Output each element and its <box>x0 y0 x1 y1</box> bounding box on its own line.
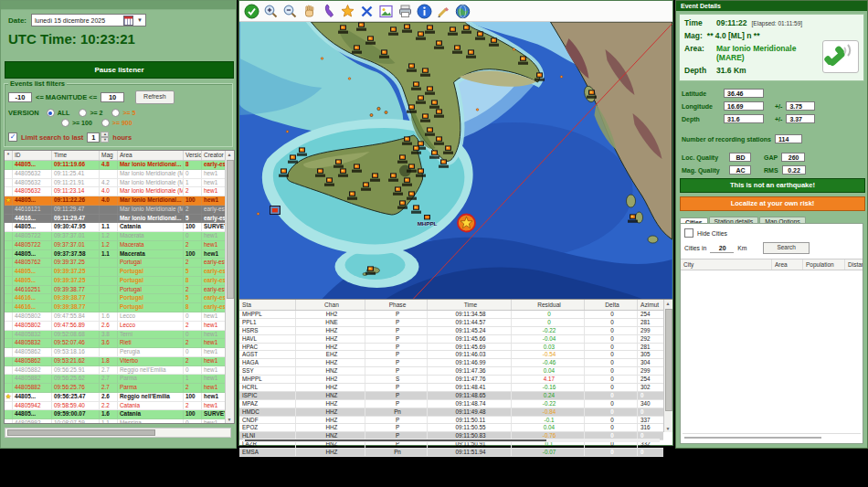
event-row[interactable]: 4480594209:58:59.402.2Catania2hew1 <box>5 402 228 411</box>
column-header[interactable]: Sta <box>239 300 296 310</box>
localize-button[interactable]: Localize at your own risk! <box>680 196 865 211</box>
call-button[interactable] <box>822 40 859 73</box>
station-row[interactable]: HSRSHHZP09:11:45.24-0.220299 <box>239 327 663 335</box>
limit-search-checkbox[interactable]: ✓ <box>8 132 17 142</box>
event-row[interactable]: 4480599210:08:07.591.1Messina0hew1 <box>5 419 228 424</box>
mag-quality-field[interactable] <box>729 165 751 175</box>
column-header[interactable]: Residual <box>512 300 585 310</box>
loc-quality-field[interactable] <box>729 153 751 162</box>
version-option-2[interactable]: >= 2 <box>79 109 102 117</box>
event-row[interactable]: 4480583209:52:08.683.8Terni0hew1 <box>5 331 228 340</box>
magnitude-min-input[interactable] <box>8 92 32 102</box>
column-header[interactable]: Population <box>803 259 845 270</box>
column-header[interactable]: Phase <box>365 300 428 310</box>
column-header[interactable]: Mag <box>100 151 118 160</box>
event-row[interactable]: 4480563209:11:23.144.0Mar Ionio Meridion… <box>5 187 228 196</box>
event-row[interactable]: 4480572209:37:37.011.2Macerata2hew1 <box>5 241 228 250</box>
island-station-marker[interactable] <box>270 206 281 215</box>
column-header[interactable]: City <box>681 259 772 270</box>
pause-listener-button[interactable]: Pause listener <box>5 61 234 79</box>
print-icon[interactable] <box>397 4 413 19</box>
star-icon[interactable] <box>340 4 355 19</box>
radio-icon[interactable] <box>101 119 110 127</box>
events-vertical-scrollbar[interactable]: ▲ ▼ <box>225 151 234 423</box>
column-header[interactable]: Area <box>118 151 184 160</box>
station-row[interactable]: HAGAHHZP09:11:46.99-0.460304 <box>239 359 663 367</box>
station-vertical-scrollbar[interactable]: ▲ ▼ <box>663 300 672 432</box>
event-row[interactable]: 4480563209:11:25.41Mar Ionio Meridionale… <box>5 170 228 179</box>
event-row[interactable]: 4480586209:53:21.621.8Viterbo2hew1 <box>5 357 228 366</box>
event-row[interactable]: 4480580209:47:56.892.6Lecco2hew1 <box>5 322 228 331</box>
scroll-down-icon[interactable]: ▼ <box>664 425 672 432</box>
event-row[interactable]: 44805...09:37:37.581.1Macerata100hew1 <box>5 250 228 259</box>
cities-radius-input[interactable] <box>710 244 734 253</box>
event-row[interactable]: 44616...09:39:38.77Portugal8early-est_ee… <box>5 303 228 312</box>
longitude-error-field[interactable] <box>786 101 815 111</box>
event-row[interactable]: 4480583209:52:07.463.6Rieti2hew1 <box>5 339 228 348</box>
scroll-down-icon[interactable]: ▼ <box>226 416 233 423</box>
event-row[interactable]: 44805...09:39:37.25Portugal8early-est_ee… <box>5 277 228 286</box>
info-icon[interactable] <box>417 4 432 19</box>
station-row[interactable]: SSYHNZP09:11:47.360.040299 <box>239 367 663 376</box>
italy-icon[interactable] <box>321 4 336 19</box>
station-row[interactable]: EMSAHHZPn09:11:51.94-0.0700 <box>239 449 663 457</box>
station-horizontal-scrollbar[interactable] <box>243 439 660 442</box>
close-icon[interactable] <box>359 4 375 19</box>
pencil-icon[interactable] <box>436 4 451 19</box>
event-row[interactable]: 4461612109:11:29.47Mar Ionio Meridionale… <box>5 206 228 215</box>
column-header[interactable]: Distance <box>845 259 863 270</box>
not-earthquake-button[interactable]: This is not an earthquake! <box>680 178 865 193</box>
event-row[interactable]: 44616...09:11:29.47Mar Ionio Meridional.… <box>5 215 228 224</box>
station-row[interactable]: HMDCHHZPn09:11:49.48-0.8400 <box>239 408 663 417</box>
version-option-900[interactable]: >= 900 <box>101 119 132 127</box>
event-row[interactable]: 44805...09:30:47.951.1Catania100SURVEY-I… <box>5 223 228 232</box>
radio-icon[interactable] <box>47 109 55 117</box>
column-header[interactable]: * <box>5 151 13 160</box>
scroll-up-icon[interactable]: ▲ <box>664 300 672 307</box>
depth-field[interactable] <box>724 114 764 123</box>
event-row[interactable]: 44616...09:39:38.77Portugal5early-est_ee… <box>5 294 228 303</box>
version-option-all[interactable]: ALL <box>47 109 70 117</box>
globe-icon[interactable] <box>455 4 471 19</box>
radio-icon[interactable] <box>79 109 87 117</box>
event-row[interactable]: 44805...09:59:00.071.6Catania100SURVEY-I… <box>5 410 228 419</box>
version-option-5[interactable]: >= 5 <box>111 109 135 117</box>
pan-icon[interactable] <box>302 4 317 19</box>
station-row[interactable]: HCRLHHZP09:11:48.41-0.160302 <box>239 384 663 392</box>
station-row[interactable]: MHPPLHH2P09:11:34.5800254 <box>239 311 663 319</box>
hours-stepper[interactable]: ▲▼ <box>87 132 109 143</box>
gap-field[interactable] <box>781 153 805 162</box>
column-header[interactable]: Azimut <box>638 300 663 310</box>
zoom-in-icon[interactable] <box>263 4 279 19</box>
map[interactable]: MHPPL <box>239 22 672 299</box>
hours-input[interactable] <box>87 132 100 143</box>
image-icon[interactable] <box>378 4 394 19</box>
cities-horizontal-scrollbar[interactable] <box>683 433 861 441</box>
stations-count-field[interactable] <box>775 134 802 143</box>
epicenter-marker[interactable] <box>458 215 475 232</box>
column-header[interactable]: Delta <box>585 300 638 310</box>
station-row[interactable]: EPOZHHZP09:11:50.550.040316 <box>239 424 663 432</box>
version-option-100[interactable]: >= 100 <box>61 119 92 127</box>
column-header[interactable]: Version <box>184 151 202 160</box>
radio-icon[interactable] <box>111 109 120 117</box>
event-row[interactable]: 4480588209:56:25.622.7Parma1hew1 <box>5 375 228 384</box>
column-header[interactable]: ID <box>13 151 52 160</box>
magnitude-max-input[interactable] <box>101 92 124 102</box>
depth-error-field[interactable] <box>786 114 815 123</box>
longitude-field[interactable] <box>724 101 764 111</box>
station-row[interactable]: CNDFHHZP09:11:50.11-0.10337 <box>239 417 663 425</box>
column-header[interactable]: Time <box>52 151 100 160</box>
date-picker[interactable]: lunedì 15 dicembre 2025 ▼ <box>31 14 146 26</box>
event-row[interactable]: 4480576209:39:37.25Portugal2early-est_ee… <box>5 259 228 268</box>
column-header[interactable]: Creator <box>202 151 228 160</box>
zoom-out-icon[interactable] <box>282 4 298 19</box>
event-row[interactable]: 4480586209:53:18.16Perugia0hew1 <box>5 348 228 357</box>
column-header[interactable]: Time <box>428 300 512 310</box>
event-row[interactable]: ★44805...09:56:25.472.6Reggio nell'Emili… <box>5 393 228 402</box>
event-row[interactable]: 44805...09:39:37.25Portugal5early-est_ee… <box>5 268 228 277</box>
search-button[interactable]: Search <box>763 242 810 254</box>
events-horizontal-scrollbar[interactable] <box>5 428 231 438</box>
event-row[interactable]: 4480588209:56:25.762.7Parma2hew1 <box>5 384 228 393</box>
event-row[interactable]: 4480563209:11:21.914.2Mar Ionio Meridion… <box>5 179 228 188</box>
